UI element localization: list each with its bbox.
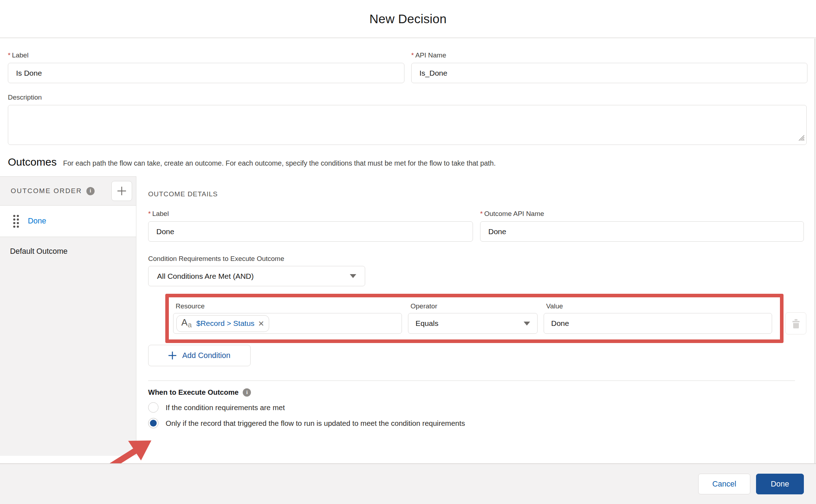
outcome-order-sidebar: OUTCOME ORDER i Done Default Outcome <box>0 176 136 456</box>
value-field-group: Value Done <box>544 300 772 334</box>
trash-icon <box>791 318 801 329</box>
done-button[interactable]: Done <box>756 474 804 494</box>
required-asterisk: * <box>8 51 10 59</box>
radio-unselected-icon[interactable] <box>148 402 158 413</box>
api-name-input[interactable] <box>411 63 807 83</box>
plus-icon <box>168 351 177 360</box>
resource-pill-label: $Record > Status <box>196 319 255 328</box>
operator-caption: Operator <box>410 302 538 310</box>
outcome-order-title: OUTCOME ORDER <box>11 187 82 195</box>
info-icon[interactable]: i <box>86 187 95 195</box>
chevron-down-icon <box>524 322 530 326</box>
plus-icon <box>117 186 127 196</box>
outcome-api-input[interactable] <box>480 221 804 242</box>
resource-pill[interactable]: A a $Record > Status ✕ <box>176 315 269 332</box>
outcomes-section-header: Outcomes For each path the flow can take… <box>0 156 816 168</box>
when-to-execute-header: When to Execute Outcome i <box>148 388 806 397</box>
sidebar-item-default-outcome[interactable]: Default Outcome <box>0 237 136 256</box>
radio-selected-icon[interactable] <box>148 418 158 428</box>
resource-caption: Resource <box>176 302 402 310</box>
radio-option-condition-met[interactable]: If the condition requirements are met <box>148 402 806 413</box>
outcomes-subtitle: For each path the flow can take, create … <box>63 159 496 167</box>
condition-row-region: Resource A a $Record > Status ✕ <box>148 294 806 343</box>
text-type-icon: A a <box>181 317 193 330</box>
operator-field-group: Operator Equals <box>408 300 538 334</box>
outcomes-panel: OUTCOME ORDER i Done Default Outcome OUT <box>0 176 816 456</box>
add-outcome-button[interactable] <box>111 181 132 201</box>
value-caption: Value <box>546 302 772 310</box>
add-condition-button[interactable]: Add Condition <box>148 345 251 366</box>
api-name-caption: * API Name <box>411 51 807 59</box>
panel-right-border <box>815 39 815 504</box>
resource-combobox[interactable]: A a $Record > Status ✕ <box>173 313 402 334</box>
outcome-order-header: OUTCOME ORDER i <box>0 177 136 206</box>
decision-form: * Label * API Name Description <box>0 38 816 145</box>
divider <box>148 380 795 381</box>
cancel-button[interactable]: Cancel <box>698 474 750 494</box>
sidebar-item-label: Done <box>28 217 46 226</box>
resize-grip-icon[interactable] <box>797 134 805 142</box>
operator-select[interactable]: Equals <box>408 313 538 334</box>
outcomes-heading: Outcomes <box>8 156 57 168</box>
outcome-details-panel: OUTCOME DETAILS * Label * Outcome API Na… <box>136 176 816 456</box>
label-field-group: * Label <box>8 51 404 83</box>
highlight-red-box: Resource A a $Record > Status ✕ <box>165 294 784 343</box>
drag-handle-icon[interactable] <box>13 215 19 228</box>
outcome-api-field-group: * Outcome API Name <box>480 210 804 242</box>
required-asterisk: * <box>480 210 483 218</box>
modal-header: New Decision <box>0 0 816 38</box>
outcome-api-caption: * Outcome API Name <box>480 210 804 218</box>
outcome-label-input[interactable] <box>148 221 473 242</box>
delete-condition-button[interactable] <box>785 312 806 334</box>
sidebar-item-label: Default Outcome <box>10 247 67 256</box>
outcome-label-field-group: * Label <box>148 210 473 242</box>
description-caption: Description <box>8 94 807 101</box>
sidebar-item-done[interactable]: Done <box>0 206 136 237</box>
outcome-details-heading: OUTCOME DETAILS <box>148 190 806 198</box>
condition-requirements-select[interactable]: All Conditions Are Met (AND) <box>148 266 365 286</box>
condition-requirements-caption: Condition Requirements to Execute Outcom… <box>148 255 806 263</box>
radio-option-record-updated[interactable]: Only if the record that triggered the fl… <box>148 418 806 428</box>
label-input[interactable] <box>8 63 404 83</box>
remove-resource-icon[interactable]: ✕ <box>258 320 265 327</box>
page-title: New Decision <box>369 12 447 26</box>
modal-footer: Cancel Done <box>0 463 816 504</box>
description-field-group: Description <box>8 94 807 145</box>
api-name-field-group: * API Name <box>411 51 807 83</box>
info-icon[interactable]: i <box>243 388 251 397</box>
required-asterisk: * <box>148 210 151 218</box>
chevron-down-icon <box>350 274 356 278</box>
required-asterisk: * <box>411 51 414 59</box>
resource-field-group: Resource A a $Record > Status ✕ <box>173 300 402 334</box>
label-field-caption: * Label <box>8 51 404 59</box>
value-input[interactable]: Done <box>544 313 772 334</box>
outcome-label-caption: * Label <box>148 210 473 218</box>
new-decision-modal: New Decision * Label * API Name Descript… <box>0 0 816 504</box>
when-to-execute-options: If the condition requirements are met On… <box>148 402 806 428</box>
description-input[interactable] <box>8 105 807 145</box>
